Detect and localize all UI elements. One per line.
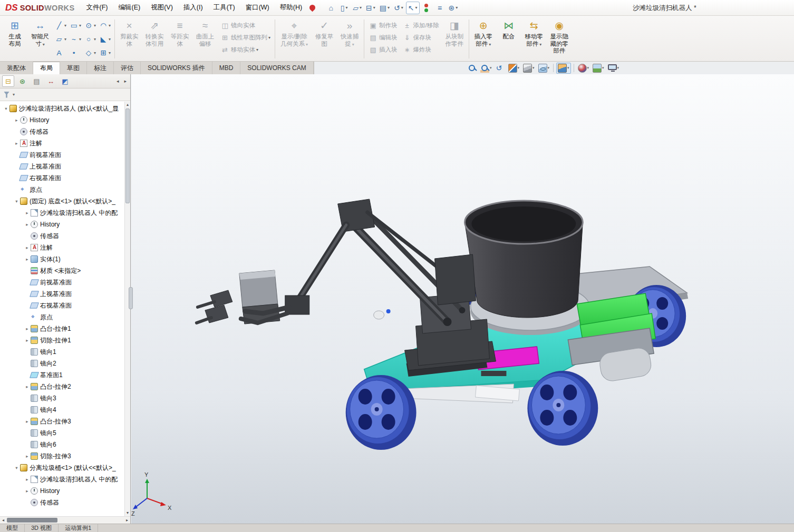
circle-tool[interactable]: ⊙ ▾: [83, 18, 97, 32]
dropdown-arrow-icon[interactable]: ▾: [268, 35, 270, 40]
tree-item[interactable]: ▸ History: [0, 485, 124, 497]
tree-expander[interactable]: ▸: [14, 117, 20, 123]
dropdown-arrow-icon[interactable]: ▾: [94, 23, 96, 28]
motion-study-tab[interactable]: 运动算例1: [59, 524, 98, 532]
tree-expander[interactable]: ▸: [24, 257, 30, 262]
point-tool[interactable]: •: [69, 46, 82, 60]
dropdown-arrow-icon[interactable]: ▾: [415, 5, 418, 10]
dropdown-arrow-icon[interactable]: ▾: [567, 66, 569, 70]
tree-item[interactable]: ▸ 凸台-拉伸1: [0, 323, 124, 334]
undo-button[interactable]: ↺ ▾: [392, 2, 405, 14]
explode-block-button[interactable]: ∗ 爆炸块: [400, 44, 442, 56]
tree-item[interactable]: ▸ 注解: [0, 137, 124, 149]
tree-item[interactable]: ▾ 沙滩垃圾清扫机器人 (默认<默认_显: [0, 103, 124, 114]
tree-item[interactable]: ▾ (固定) 底盘<1> (默认<<默认>_: [0, 195, 124, 207]
scroll-left-arrow[interactable]: ◂: [0, 517, 6, 524]
filter-icon[interactable]: [4, 92, 9, 98]
menu-item[interactable]: 编辑(E): [113, 0, 146, 15]
tree-item[interactable]: 原点: [0, 184, 124, 195]
wheel-front-left[interactable]: [346, 375, 417, 450]
dropdown-arrow-icon[interactable]: ▾: [109, 37, 111, 42]
panel-tabs-scroll-left[interactable]: ◂: [115, 77, 121, 85]
tree-item[interactable]: 右视基准面: [0, 172, 124, 184]
tab-annotation[interactable]: 标注: [87, 62, 114, 74]
smart-dimension-button[interactable]: ↔ 智能尺 寸▾: [27, 17, 53, 61]
dropdown-arrow-icon[interactable]: ▾: [79, 37, 81, 42]
arc-tool[interactable]: ◠ ▾: [98, 18, 112, 32]
tree-expander[interactable]: ▸: [24, 222, 30, 227]
dropdown-arrow-icon[interactable]: ▾: [109, 51, 111, 55]
displaymanager-tab[interactable]: ◩: [59, 75, 71, 87]
tree-item[interactable]: ▸ 注解: [0, 242, 124, 253]
line-tool[interactable]: ╱ ▾: [54, 18, 67, 32]
wheel-front-right[interactable]: [527, 371, 598, 446]
viewport-canvas[interactable]: Y X Z: [131, 74, 794, 524]
scrollbar-thumb[interactable]: [7, 518, 57, 523]
tree-expander[interactable]: ▸: [24, 454, 30, 459]
tree-expander[interactable]: ▾: [3, 106, 9, 111]
tree-item[interactable]: ▸ History: [0, 219, 124, 230]
tree-expander[interactable]: ▾: [14, 199, 20, 204]
tab-mbd[interactable]: MBD: [212, 62, 241, 74]
panel-splitter-handle[interactable]: [129, 287, 133, 309]
graphics-viewport[interactable]: Y X Z: [131, 74, 794, 524]
tree-item[interactable]: 传感器: [0, 230, 124, 242]
tree-item[interactable]: 镜向2: [0, 358, 124, 369]
view-orientation-button[interactable]: ▾: [556, 63, 571, 74]
previous-view-button[interactable]: [495, 63, 506, 74]
tree-item[interactable]: ▸ 沙滩垃圾清扫机器人 中的配: [0, 207, 124, 219]
scroll-down-arrow[interactable]: ▾: [125, 510, 130, 516]
move-entities-button[interactable]: ⇄ 移动实体 ▾: [218, 44, 273, 56]
tree-item[interactable]: ▾ 分离垃圾桶<1> (默认<<默认>_: [0, 462, 124, 474]
menu-item[interactable]: 文件(F): [81, 0, 113, 15]
scroll-up-arrow[interactable]: ▴: [125, 102, 130, 108]
tree-item[interactable]: 上视基准面: [0, 288, 124, 300]
rectangle-tool[interactable]: ▭ ▾: [69, 18, 82, 32]
dropdown-arrow-icon[interactable]: ▾: [79, 23, 81, 28]
tree-item[interactable]: 前视基准面: [0, 149, 124, 161]
dropdown-arrow-icon[interactable]: ▾: [490, 66, 492, 70]
convert-entities-button[interactable]: ⇗ 转换实 体引用: [142, 17, 167, 61]
headsup-separator[interactable]: [574, 64, 574, 72]
tree-item[interactable]: 前视基准面: [0, 277, 124, 288]
tree-expander[interactable]: ▸: [14, 141, 20, 146]
section-view-button[interactable]: ▾: [507, 63, 521, 74]
tab-layout[interactable]: 布局: [33, 62, 60, 74]
ellipse-tool[interactable]: ○ ▾: [83, 32, 97, 46]
view-settings-button[interactable]: ▾: [607, 63, 621, 74]
rebuild-button[interactable]: [421, 2, 433, 14]
polygon-tool[interactable]: ▱ ▾: [54, 32, 67, 46]
dropdown-arrow-icon[interactable]: ▾: [532, 66, 535, 70]
hide-show-items-button[interactable]: ▾: [537, 63, 551, 74]
add-remove-button[interactable]: ± 添加/移除: [400, 19, 442, 32]
edit-appearance-button[interactable]: ▾: [577, 63, 590, 74]
menu-item[interactable]: 窗口(W): [240, 0, 275, 15]
insert-block-button[interactable]: ▧ 插入块: [366, 44, 400, 56]
dropdown-arrow-icon[interactable]: ▾: [602, 66, 604, 70]
tree-item[interactable]: 镜向5: [0, 427, 124, 439]
fillet-tool[interactable]: ◣ ▾: [98, 32, 112, 46]
select-tool-button[interactable]: ↖ ▾: [406, 2, 420, 14]
make-part-from-block-button[interactable]: ◨ 从块制 作零件: [442, 17, 467, 61]
tree-expander[interactable]: ▸: [24, 338, 30, 343]
pin-icon[interactable]: [308, 4, 317, 12]
linear-sketch-pattern-button[interactable]: ⊞ 线性草图阵列 ▾: [218, 32, 273, 44]
tree-horizontal-scrollbar[interactable]: ◂ ▸: [0, 516, 130, 524]
tree-item[interactable]: ▸ 切除-拉伸3: [0, 450, 124, 462]
tree-expander[interactable]: ▸: [24, 419, 30, 424]
tree-item[interactable]: ▸ 凸台-拉伸2: [0, 381, 124, 392]
tree-item[interactable]: ▸ 沙滩垃圾清扫机器人 中的配: [0, 474, 124, 485]
panel-tabs-scroll-right[interactable]: ▸: [122, 77, 128, 85]
quick-snaps-button[interactable]: » 快速捕 捉▾: [337, 17, 362, 61]
apply-scene-button[interactable]: ▾: [592, 63, 605, 74]
dropdown-arrow-icon[interactable]: ▾: [64, 23, 66, 28]
tree-item[interactable]: ▸ History: [0, 114, 124, 126]
mate-button[interactable]: ⋈ 配合: [496, 17, 521, 61]
tree-item[interactable]: 镜向3: [0, 392, 124, 404]
dropdown-arrow-icon[interactable]: ▾: [94, 51, 96, 55]
menu-item[interactable]: 插入(I): [178, 0, 208, 15]
dropdown-arrow-icon[interactable]: ▾: [456, 5, 458, 10]
make-block-button[interactable]: ▣ 制作块: [366, 19, 400, 32]
options-button[interactable]: ⊛ ▾: [447, 2, 460, 14]
text-tool[interactable]: A: [54, 46, 67, 60]
